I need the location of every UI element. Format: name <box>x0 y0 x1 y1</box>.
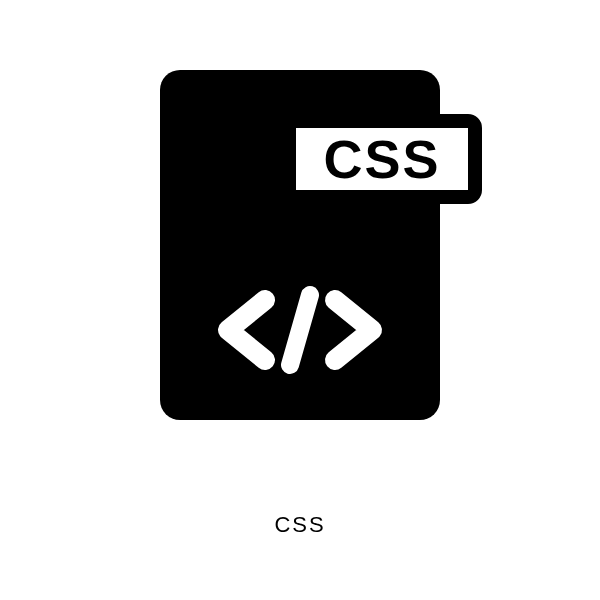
css-file-icon: CSS <box>160 70 440 420</box>
css-badge-text: CSS <box>323 128 440 190</box>
code-brackets-icon <box>200 285 400 375</box>
css-badge: CSS <box>282 114 482 204</box>
icon-container: CSS CSS <box>0 0 600 600</box>
icon-caption: CSS <box>274 512 325 538</box>
